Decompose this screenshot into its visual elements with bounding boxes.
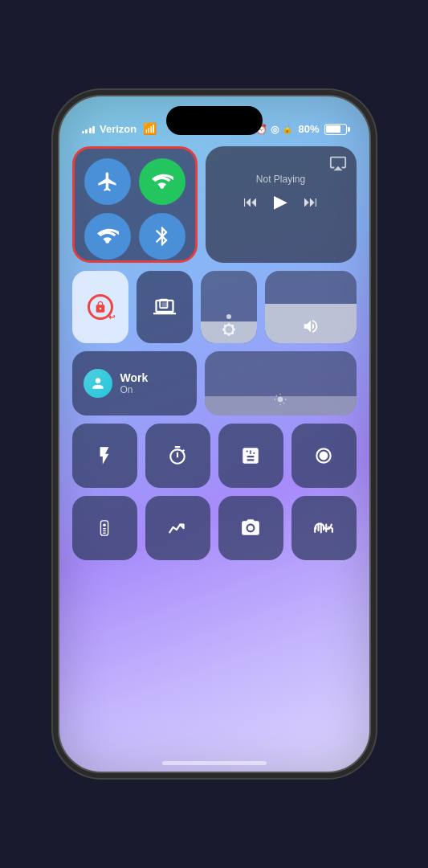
camera-icon (240, 518, 261, 538)
timer-icon (167, 445, 188, 466)
svg-rect-21 (325, 524, 327, 533)
focus-title: Work (120, 371, 149, 384)
brightness-indicator (226, 314, 231, 319)
signal-bars-icon (82, 124, 96, 133)
carrier-label: Verizon (100, 123, 137, 135)
control-center: Not Playing ⏮ ▶ ⏭ ↩ (72, 146, 357, 755)
lock-svg (94, 301, 107, 313)
media-controls: ⏮ ▶ ⏭ (215, 191, 347, 212)
remote-icon (96, 517, 113, 539)
brightness-wide-indicator (274, 393, 287, 409)
play-button[interactable]: ▶ (274, 191, 287, 212)
airplay-svg (329, 154, 347, 172)
focus-subtitle: On (120, 384, 149, 395)
row-utilities-1 (72, 424, 357, 488)
wifi-status-icon: 📶 (143, 122, 157, 135)
bar2 (85, 129, 88, 133)
airplane-icon (96, 170, 119, 193)
fast-forward-button[interactable]: ⏭ (304, 194, 318, 211)
row-focus-bright: Work On (72, 351, 357, 416)
wifi-icon (96, 225, 119, 248)
screen-lock-button[interactable]: ↩ (72, 271, 128, 343)
focus-text: Work On (120, 371, 149, 395)
row-utilities-2 (72, 496, 357, 560)
phone-frame: Verizon 📶 ⏰ ◎ 🔒 80% (58, 95, 371, 773)
svg-rect-17 (315, 526, 316, 530)
flashlight-icon (94, 445, 115, 466)
stocks-icon (167, 518, 188, 538)
home-indicator (162, 761, 267, 765)
dynamic-island (166, 106, 263, 135)
bluetooth-icon (151, 225, 173, 248)
media-player: Not Playing ⏮ ▶ ⏭ (206, 146, 357, 263)
svg-point-16 (248, 526, 254, 531)
battery-percent-label: 80% (298, 123, 319, 135)
wifi-button[interactable] (84, 213, 131, 260)
brightness-icon (222, 322, 236, 337)
svg-line-5 (276, 395, 277, 396)
camera-button[interactable] (218, 496, 283, 560)
svg-rect-23 (331, 527, 332, 529)
svg-rect-22 (328, 526, 329, 530)
bluetooth-button[interactable] (139, 213, 185, 260)
bar4 (92, 126, 95, 133)
voice-memo-button[interactable] (291, 496, 357, 560)
svg-rect-18 (317, 525, 319, 532)
status-left: Verizon 📶 (82, 122, 157, 135)
svg-point-10 (320, 452, 328, 461)
battery-container (324, 124, 347, 135)
screen-record-button[interactable] (291, 424, 357, 488)
location-icon: ◎ (271, 124, 279, 135)
lock-rotation-icon: ↩ (88, 294, 113, 320)
svg-rect-15 (103, 533, 106, 534)
calculator-button[interactable] (218, 424, 283, 488)
lock-status-icon: 🔒 (282, 124, 293, 134)
svg-rect-1 (161, 302, 167, 308)
svg-rect-20 (323, 526, 324, 531)
stocks-button[interactable] (145, 496, 210, 560)
row-connectivity-media: Not Playing ⏮ ▶ ⏭ (72, 146, 357, 263)
svg-rect-13 (103, 528, 106, 529)
flashlight-button[interactable] (72, 424, 137, 488)
airplay-icon[interactable] (329, 154, 347, 176)
brightness-wide-slider[interactable] (205, 351, 357, 416)
svg-point-2 (278, 397, 283, 403)
timer-button[interactable] (145, 424, 210, 488)
svg-rect-19 (320, 523, 322, 534)
focus-button[interactable]: Work On (72, 351, 197, 416)
airplane-mode-button[interactable] (84, 158, 131, 205)
hotspot-button[interactable] (139, 158, 185, 205)
remote-button[interactable] (72, 496, 137, 560)
svg-rect-14 (103, 530, 106, 531)
focus-person-icon (90, 375, 106, 391)
row-lock-mirror-bright-vol: ↩ (72, 271, 357, 343)
brightness-slider[interactable] (201, 271, 257, 343)
bar3 (89, 128, 92, 133)
battery-fill (326, 125, 340, 133)
svg-point-12 (103, 524, 106, 527)
calculator-icon (240, 445, 261, 466)
voice-memo-icon (313, 518, 334, 538)
rewind-button[interactable]: ⏮ (243, 194, 258, 211)
screen-record-icon (313, 445, 334, 466)
sun-icon (274, 393, 287, 406)
svg-line-6 (283, 403, 284, 403)
hotspot-icon (151, 170, 173, 193)
now-playing-label: Not Playing (215, 174, 347, 185)
battery-icon (324, 124, 347, 135)
focus-icon (84, 369, 112, 398)
volume-icon (302, 317, 320, 335)
connectivity-cluster (72, 146, 198, 263)
bar1 (82, 131, 84, 133)
status-right: ⏰ ◎ 🔒 80% (255, 123, 346, 135)
volume-slider[interactable] (265, 271, 357, 343)
screen-mirror-icon (153, 296, 176, 318)
screen-mirror-button[interactable] (137, 271, 193, 343)
